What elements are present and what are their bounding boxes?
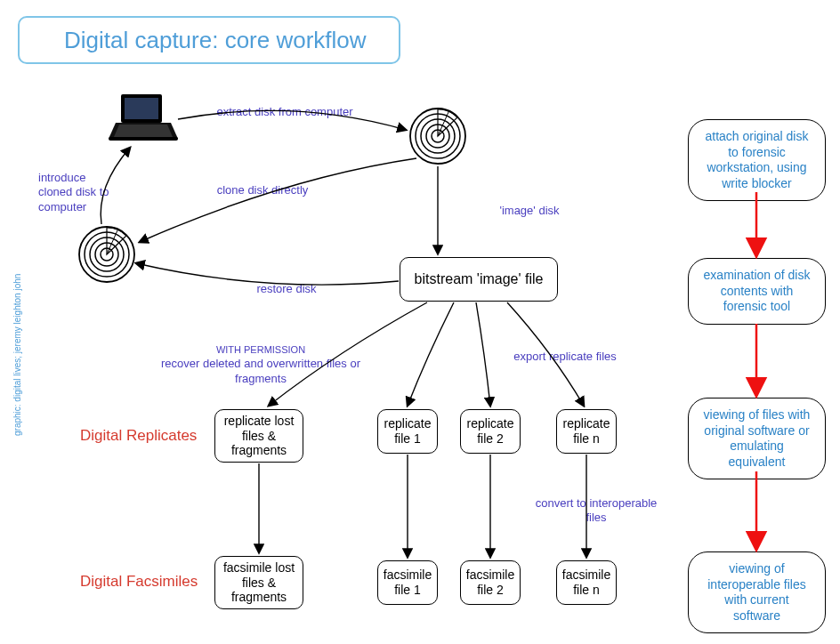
label-image: 'image' disk xyxy=(489,204,569,218)
node-replicate-n: replicate file n xyxy=(556,409,617,454)
pill-attach: attach original disk to forensic worksta… xyxy=(688,119,826,201)
label-convert: convert to interoperable files xyxy=(534,496,658,526)
pill-viewing-original-label: viewing of files with original software … xyxy=(701,407,812,470)
disk-icon-clone xyxy=(77,225,136,284)
node-facsimile-n: facsimile file n xyxy=(556,560,617,605)
node-replicate-lost-label: replicate lost files & fragments xyxy=(222,414,295,458)
pill-viewing-interop-label: viewing of interoperable files with curr… xyxy=(701,561,812,624)
pill-attach-label: attach original disk to forensic worksta… xyxy=(701,129,812,191)
disk-icon-top xyxy=(408,107,467,165)
label-extract: extract disk from computer xyxy=(196,105,374,119)
pill-viewing-interop: viewing of interoperable files with curr… xyxy=(688,551,826,633)
node-replicate-2: replicate file 2 xyxy=(460,409,521,454)
node-bitstream-label: bitstream 'image' file xyxy=(415,270,544,287)
node-facsimile-2-label: facsimile file 2 xyxy=(466,568,514,598)
pill-examine-label: examination of disk contents with forens… xyxy=(701,268,812,315)
section-replicates: Digital Replicates xyxy=(80,427,197,445)
label-export: export replicate files xyxy=(498,350,632,364)
node-replicate-2-label: replicate file 2 xyxy=(467,416,514,447)
node-replicate-1: replicate file 1 xyxy=(377,409,438,454)
laptop-icon xyxy=(109,93,178,148)
title-box: Digital capture: core workflow xyxy=(18,16,400,64)
svg-rect-4 xyxy=(109,137,178,141)
svg-rect-1 xyxy=(125,98,158,119)
credit-text: graphic: digital lives; jeremy leighton … xyxy=(12,274,22,436)
node-facsimile-1-label: facsimile file 1 xyxy=(384,568,432,598)
label-introduce: introduce cloned disk to computer xyxy=(38,171,109,214)
label-permission-header: WITH PERMISSION xyxy=(216,344,305,355)
label-permission: WITH PERMISSION recover deleted and over… xyxy=(158,342,363,386)
pill-viewing-original: viewing of files with original software … xyxy=(688,398,826,479)
node-facsimile-lost: facsimile lost files & fragments xyxy=(214,556,303,609)
node-facsimile-n-label: facsimile file n xyxy=(562,568,610,598)
section-facsimiles: Digital Facsimiles xyxy=(80,573,198,591)
page-title: Digital capture: core workflow xyxy=(64,27,367,54)
node-facsimile-2: facsimile file 2 xyxy=(460,560,521,605)
svg-marker-3 xyxy=(114,125,173,137)
node-facsimile-lost-label: facsimile lost files & fragments xyxy=(222,560,295,605)
label-permission-body: recover deleted and overwritten files or… xyxy=(161,357,360,384)
node-replicate-n-label: replicate file n xyxy=(563,416,610,447)
node-replicate-1-label: replicate file 1 xyxy=(384,416,432,447)
label-clone: clone disk directly xyxy=(196,183,329,197)
node-bitstream: bitstream 'image' file xyxy=(400,257,558,302)
label-restore: restore disk xyxy=(242,282,331,296)
node-replicate-lost: replicate lost files & fragments xyxy=(214,409,303,463)
pill-examine: examination of disk contents with forens… xyxy=(688,258,826,325)
node-facsimile-1: facsimile file 1 xyxy=(377,560,438,605)
